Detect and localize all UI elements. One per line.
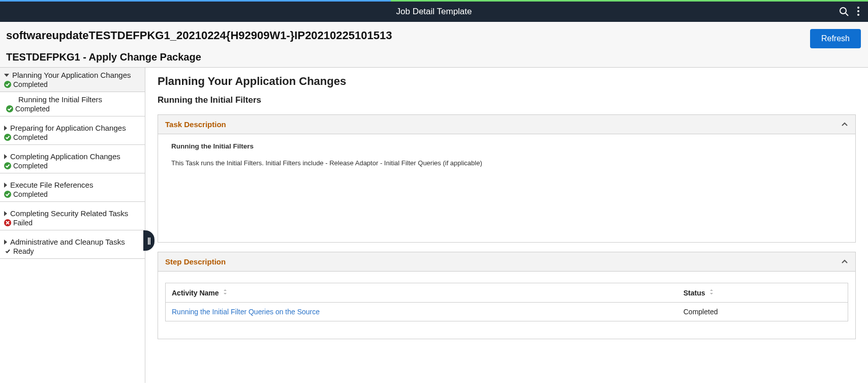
sidebar-item-security-tasks[interactable]: Completing Security Related Tasks Failed (0, 202, 145, 230)
sidebar-item-label: Planning Your Application Changes (12, 71, 131, 79)
refresh-button[interactable]: Refresh (810, 29, 861, 48)
chevron-right-icon (4, 183, 7, 188)
step-table: Activity Name Status Running the Initial… (165, 283, 848, 321)
sidebar-item-label: Running the Initial Filters (18, 95, 102, 104)
chevron-right-icon (4, 240, 7, 245)
sidebar-item-preparing[interactable]: Preparing for Application Changes Comple… (0, 116, 145, 145)
check-icon (6, 105, 13, 112)
content-heading: Planning Your Application Changes (158, 75, 856, 88)
sidebar-item-status: Completed (13, 133, 48, 141)
sort-icon (709, 288, 714, 297)
sidebar-item-label: Execute File References (10, 181, 93, 189)
sidebar-item-admin-cleanup[interactable]: Administrative and Cleanup Tasks Ready (0, 230, 145, 259)
job-name: softwareupdateTESTDEFPKG1_20210224{H9290… (6, 29, 859, 42)
sidebar-item-running-initial-filters[interactable]: Running the Initial Filters Completed (0, 92, 145, 116)
sidebar-item-status: Failed (13, 219, 33, 227)
chevron-right-icon (4, 211, 7, 216)
sidebar-item-status: Completed (13, 190, 48, 198)
job-subtitle: TESTDEFPKG1 - Apply Change Package (6, 51, 859, 63)
col-activity-name[interactable]: Activity Name (166, 283, 677, 303)
check-icon (4, 134, 11, 141)
more-menu-icon[interactable] (857, 6, 860, 18)
sidebar-nav: Planning Your Application Changes Comple… (0, 68, 145, 383)
sidebar-item-status: Completed (15, 105, 50, 113)
check-icon (4, 81, 11, 88)
chevron-right-icon (4, 154, 7, 159)
header-area: softwareupdateTESTDEFPKG1_20210224{H9290… (0, 22, 868, 68)
task-description-label: Task Description (165, 120, 226, 129)
task-description-text: This Task runs the Initial Filters. Init… (171, 159, 842, 167)
task-description-panel: Task Description Running the Initial Fil… (158, 114, 856, 243)
sidebar-item-status: Ready (13, 247, 34, 255)
sidebar-item-status: Completed (13, 80, 48, 88)
chevron-up-icon (841, 121, 848, 128)
activity-link[interactable]: Running the Initial Filter Queries on th… (172, 308, 320, 316)
col-status[interactable]: Status (677, 283, 848, 303)
step-description-label: Step Description (165, 257, 226, 266)
sidebar-item-completing-changes[interactable]: Completing Application Changes Completed (0, 145, 145, 173)
chevron-right-icon (4, 126, 7, 131)
activity-status: Completed (677, 303, 848, 321)
chevron-down-icon (4, 74, 9, 77)
sidebar-item-label: Completing Application Changes (10, 152, 120, 161)
sidebar-item-planning[interactable]: Planning Your Application Changes Comple… (0, 68, 145, 92)
top-bar: Job Detail Template (0, 2, 868, 22)
task-name: Running the Initial Filters (171, 142, 842, 150)
sidebar-item-label: Administrative and Cleanup Tasks (10, 237, 125, 246)
main-content: Planning Your Application Changes Runnin… (145, 68, 868, 383)
chevron-up-icon (841, 258, 848, 265)
step-description-panel: Step Description Activity Name Status (158, 252, 856, 339)
ready-icon (4, 248, 11, 255)
task-description-header[interactable]: Task Description (158, 115, 855, 134)
fail-icon (4, 219, 11, 226)
page-title: Job Detail Template (0, 7, 868, 17)
check-icon (4, 162, 11, 169)
search-icon[interactable] (839, 6, 849, 18)
check-icon (4, 191, 11, 198)
sidebar-item-label: Preparing for Application Changes (10, 124, 126, 132)
sidebar-item-status: Completed (13, 162, 48, 170)
sidebar-item-execute-file-refs[interactable]: Execute File References Completed (0, 173, 145, 202)
sort-icon (223, 288, 228, 297)
content-subheading: Running the Initial Filters (158, 95, 856, 105)
sidebar-item-label: Completing Security Related Tasks (10, 209, 128, 218)
table-row: Running the Initial Filter Queries on th… (166, 303, 848, 321)
step-description-header[interactable]: Step Description (158, 252, 855, 272)
